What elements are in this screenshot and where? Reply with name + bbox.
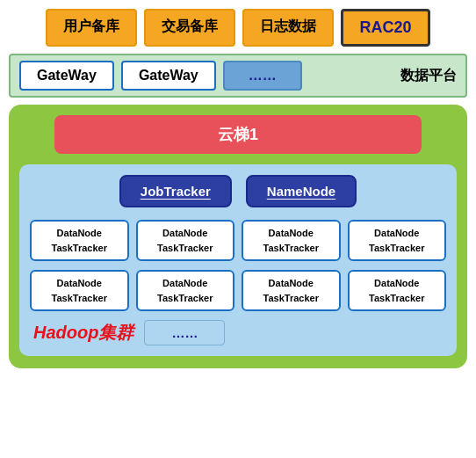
gateway-row: GateWay GateWay …… 数据平台 xyxy=(9,54,467,98)
gateway-1[interactable]: GateWay xyxy=(19,61,114,91)
datanode-5: DataNode TaskTracker xyxy=(30,270,129,311)
bottom-dots: …… xyxy=(144,320,225,345)
datanode-7: DataNode TaskTracker xyxy=(242,270,341,311)
blue-container: JobTracker NameNode DataNode TaskTracker… xyxy=(19,164,457,356)
platform-label: 数据平台 xyxy=(400,67,457,85)
datanode-2: DataNode TaskTracker xyxy=(136,220,235,261)
bottom-row: Hadoop集群 …… xyxy=(30,320,446,345)
datanode-grid-1: DataNode TaskTracker DataNode TaskTracke… xyxy=(30,220,446,261)
yunti-box: 云梯1 xyxy=(54,115,422,154)
datanode-8: DataNode TaskTracker xyxy=(348,270,447,311)
jobtracker-box[interactable]: JobTracker xyxy=(119,175,232,207)
db-txbak: 交易备库 xyxy=(144,9,235,47)
db-logdata: 日志数据 xyxy=(242,9,334,47)
main-container: 用户备库 交易备库 日志数据 RAC20 GateWay GateWay …… … xyxy=(0,0,476,458)
datanode-6: DataNode TaskTracker xyxy=(136,270,235,311)
hadoop-label: Hadoop集群 xyxy=(33,321,133,345)
tracker-row: JobTracker NameNode xyxy=(30,175,446,207)
db-rac20: RAC20 xyxy=(341,9,429,47)
gateway-dots: …… xyxy=(223,61,302,91)
datanode-4: DataNode TaskTracker xyxy=(348,220,447,261)
namenode-box[interactable]: NameNode xyxy=(246,175,357,207)
database-row: 用户备库 交易备库 日志数据 RAC20 xyxy=(9,9,467,47)
datanode-grid-2: DataNode TaskTracker DataNode TaskTracke… xyxy=(30,270,446,311)
db-userbak: 用户备库 xyxy=(46,9,137,47)
gateway-2[interactable]: GateWay xyxy=(121,61,216,91)
green-container: 云梯1 JobTracker NameNode DataNode TaskTra… xyxy=(9,105,467,368)
datanode-1: DataNode TaskTracker xyxy=(30,220,129,261)
datanode-3: DataNode TaskTracker xyxy=(242,220,341,261)
